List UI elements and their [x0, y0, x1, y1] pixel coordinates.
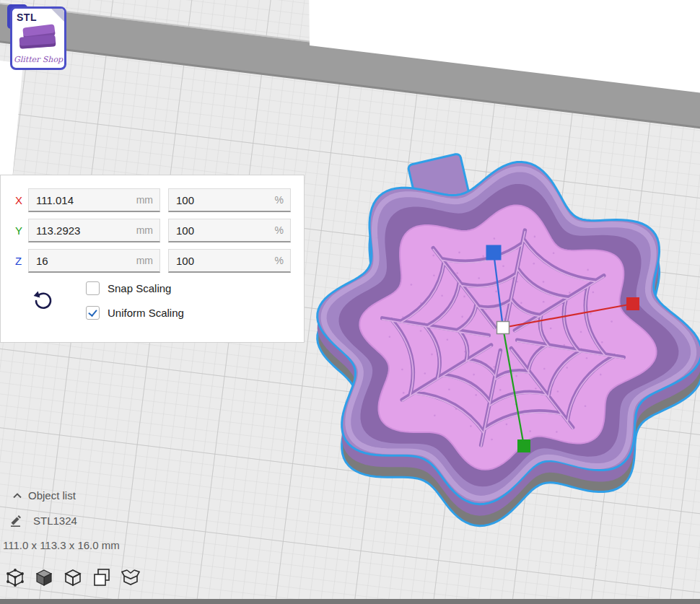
scale-tool-panel: X mm % Y mm % Z mm — [0, 175, 305, 343]
scale-gizmo-z-handle[interactable] — [486, 245, 502, 261]
scale-y-mm-input[interactable] — [29, 219, 159, 241]
logo-page-fold — [51, 9, 64, 22]
scale-y-mm-field: mm — [28, 219, 160, 242]
scale-x-mm-field: mm — [28, 188, 160, 212]
uniform-scaling-option[interactable]: Uniform Scaling — [86, 306, 184, 320]
tool-button-solid[interactable] — [33, 567, 55, 589]
scale-gizmo-y-handle[interactable] — [517, 439, 530, 452]
scale-row-x: X mm % — [1, 188, 304, 212]
scale-options: Snap Scaling Uniform Scaling — [1, 281, 304, 320]
view-toolbar — [4, 567, 141, 589]
logo-subtitle: Glitter Shop — [12, 55, 64, 64]
reset-arrow-icon — [32, 290, 54, 312]
tool-button-outline[interactable] — [62, 567, 84, 589]
scale-x-mm-input[interactable] — [29, 189, 159, 211]
reset-scale-button[interactable] — [1, 290, 86, 312]
scale-y-percent-field: % — [168, 219, 291, 242]
scale-x-percent-input[interactable] — [169, 189, 290, 211]
axis-z-label: Z — [15, 255, 28, 267]
axis-y-label: Y — [15, 224, 28, 237]
logo-decoration — [19, 35, 56, 48]
uniform-scaling-checkbox[interactable] — [86, 306, 100, 320]
scale-row-y: Y mm % — [1, 219, 304, 242]
object-dimensions: 111.0 x 113.3 x 16.0 mm — [0, 539, 120, 551]
tool-button-openbox[interactable] — [120, 567, 141, 589]
duplicate-object-icon — [92, 567, 112, 587]
plate-near-edge — [0, 599, 700, 604]
scale-gizmo-x-handle[interactable] — [626, 297, 639, 310]
cube-solid-icon — [34, 567, 54, 587]
cube-vertices-icon — [5, 567, 25, 587]
tool-button-duplicate[interactable] — [91, 567, 113, 589]
scale-z-percent-input[interactable] — [169, 250, 290, 271]
uniform-scaling-label: Uniform Scaling — [108, 307, 184, 319]
snap-scaling-label: Snap Scaling — [108, 282, 171, 294]
scale-x-percent-field: % — [168, 188, 291, 212]
logo-card: STL Glitter Shop — [10, 6, 66, 70]
logo-title: STL — [17, 12, 37, 23]
scale-row-z: Z mm % — [1, 249, 304, 273]
object-name-row[interactable]: STL1324 — [0, 514, 120, 527]
snap-scaling-option[interactable]: Snap Scaling — [86, 281, 184, 295]
slicer-app-window: STL Glitter Shop X mm % Y mm — [0, 0, 700, 604]
object-list-toggle[interactable]: Object list — [0, 489, 120, 502]
object-list-label: Object list — [28, 489, 76, 502]
axis-x-label: X — [15, 194, 28, 206]
scale-gizmo-center-handle[interactable] — [497, 322, 509, 334]
cube-outline-icon — [63, 567, 83, 587]
scale-z-mm-field: mm — [28, 249, 160, 273]
scale-z-percent-field: % — [168, 249, 291, 273]
tool-button-vertices[interactable] — [4, 567, 26, 589]
snap-scaling-checkbox[interactable] — [86, 281, 100, 295]
scale-z-mm-input[interactable] — [29, 250, 159, 271]
open-box-icon — [121, 567, 141, 587]
app-logo: STL Glitter Shop — [6, 4, 66, 69]
object-info-panel: Object list STL1324 111.0 x 113.3 x 16.0… — [0, 489, 120, 551]
object-name: STL1324 — [33, 515, 77, 527]
chevron-up-icon — [13, 493, 22, 499]
scale-y-percent-input[interactable] — [169, 219, 290, 241]
rename-pencil-icon — [9, 514, 22, 527]
